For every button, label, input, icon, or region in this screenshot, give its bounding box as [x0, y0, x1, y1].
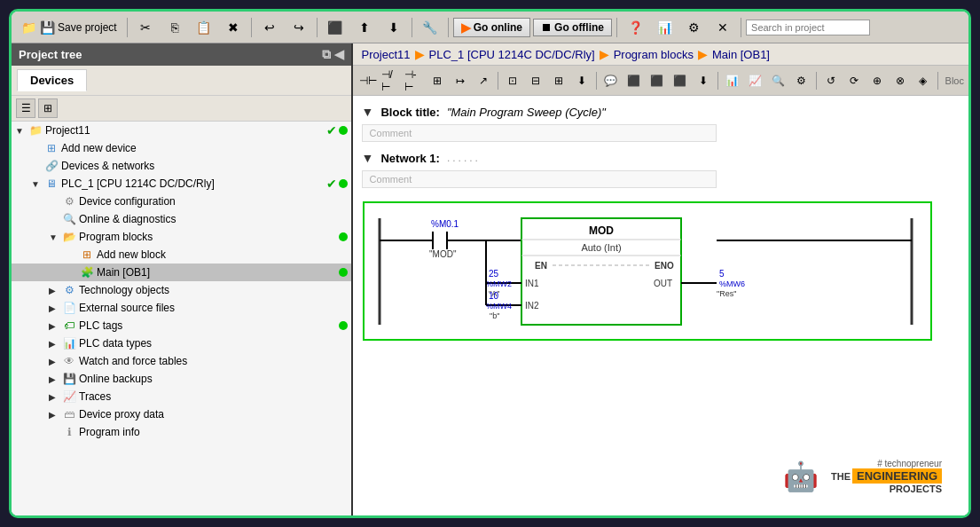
tree-item-program-blocks[interactable]: ▼ 📂 Program blocks [12, 228, 351, 246]
help-button[interactable]: ❓ [622, 17, 648, 38]
close-panel-icon[interactable]: ◀ [334, 47, 344, 62]
tech-objects-icon: ⚙ [62, 283, 76, 297]
block-collapse-arrow[interactable]: ▼ [362, 105, 374, 119]
breadcrumb-project[interactable]: Project11 [362, 48, 411, 61]
view-list-button[interactable]: ☰ [16, 98, 35, 118]
et-btn-block2[interactable]: ⬛ [647, 70, 668, 91]
undo-button[interactable]: ↩ [256, 17, 283, 38]
et-btn-monitor1[interactable]: 📊 [722, 70, 743, 91]
tree-item-online-diag[interactable]: 🔍 Online & diagnostics [12, 210, 351, 228]
et-btn-dl2[interactable]: ⬇ [693, 70, 714, 91]
wm-the-label: THE [831, 471, 851, 482]
svg-text:"b": "b" [490, 311, 499, 320]
tree-item-plc-tags[interactable]: ▶ 🏷 PLC tags [12, 317, 351, 334]
tb-btn3[interactable]: ⬇ [380, 17, 407, 38]
et-btn-analog[interactable]: ⊞ [427, 70, 448, 91]
app-window: 📁 💾 Save project ✂ ⎘ 📋 ✖ ↩ ↪ ⬛ ⬆ [9, 9, 971, 518]
device-proxy-icon: 🗃 [62, 407, 76, 421]
copy-button[interactable]: ⎘ [161, 17, 188, 38]
tree-item-plc-datatypes[interactable]: ▶ 📊 PLC data types [12, 334, 351, 352]
plc-icon: 🖥 [44, 177, 59, 191]
download-icon: ⬆ [357, 20, 372, 35]
editor-toolbar: ⊣⊢ ⊣/⊢ ⊣-⊢ ⊞ ↦ ↗ ⊡ ⊟ ⊞ ⬇ 💬 ⬛ ⬛ ⬛ ⬇ 📊 📈 [353, 66, 968, 96]
save-project-button[interactable]: 📁 💾 Save project [15, 17, 122, 38]
tb-btn4[interactable]: 🔧 [417, 17, 443, 38]
tb-btn6[interactable]: ⚙ [680, 17, 707, 38]
tree-item-tech-objects[interactable]: ▶ ⚙ Technology objects [12, 281, 351, 299]
tree-item-traces[interactable]: ▶ 📈 Traces [12, 388, 351, 405]
et-btn-junction[interactable]: ⊞ [548, 70, 569, 91]
go-offline-button[interactable]: ⏹ Go offline [533, 19, 612, 36]
et-btn-block3[interactable]: ⬛ [670, 70, 691, 91]
green-dot-2 [339, 179, 348, 188]
close-button[interactable]: ✕ [710, 17, 736, 38]
cut-button[interactable]: ✂ [132, 17, 159, 38]
breadcrumb-blocks[interactable]: Program blocks [614, 48, 694, 61]
tree-item-ext-source[interactable]: ▶ 📄 External source files [12, 299, 351, 317]
paste-button[interactable]: 📋 [191, 17, 217, 38]
et-btn-misc1[interactable]: ⊕ [866, 70, 888, 91]
et-sep5 [937, 72, 938, 90]
svg-text:IN1: IN1 [525, 279, 539, 288]
settings-icon: ⚙ [686, 20, 702, 35]
search-input[interactable] [746, 20, 870, 35]
block-comment-field[interactable]: Comment [362, 124, 717, 142]
et-btn-rung[interactable]: ↗ [473, 70, 494, 91]
tree-item-online-backups[interactable]: ▶ 💾 Online backups [12, 370, 351, 388]
network-collapse-arrow[interactable]: ▼ [362, 151, 374, 165]
tree-item-device-config[interactable]: ⚙ Device configuration [12, 193, 351, 210]
green-dot-4 [339, 268, 348, 277]
tree-item-add-block[interactable]: ⊞ Add new block [12, 246, 351, 264]
network-label: Network 1: [380, 152, 439, 165]
go-online-button[interactable]: ▶ Go online [453, 18, 530, 37]
svg-text:OUT: OUT [654, 279, 672, 288]
view-detail-button[interactable]: ⊞ [38, 98, 58, 118]
et-btn-branch[interactable]: ⊟ [525, 70, 546, 91]
et-btn-misc3[interactable]: ◈ [913, 70, 934, 91]
tree-item-plc1[interactable]: ▼ 🖥 PLC_1 [CPU 1214C DC/DC/Rly] ✔ [12, 175, 351, 193]
tb-btn1[interactable]: ⬛ [322, 17, 349, 38]
main-content: Project tree ⧉ ◀ Devices ☰ ⊞ ▼ 📁 Project… [12, 43, 968, 515]
et-btn-coil[interactable]: ↦ [450, 70, 471, 91]
project-tree-label: Project tree [19, 48, 82, 61]
device-config-icon: ⚙ [62, 194, 76, 208]
breadcrumb-arrow-1: ▶ [415, 47, 425, 61]
et-btn-comment[interactable]: 💬 [600, 70, 622, 91]
et-btn-pcontact[interactable]: ⊣-⊢ [404, 70, 425, 91]
redo-button[interactable]: ↪ [286, 17, 312, 38]
auto-collapse-icon[interactable]: ⧉ [322, 47, 331, 62]
tree-item-watch-force[interactable]: ▶ 👁 Watch and force tables [12, 352, 351, 370]
et-btn-undo2[interactable]: ⟳ [843, 70, 865, 91]
tree-item-device-proxy[interactable]: ▶ 🗃 Device proxy data [12, 405, 351, 423]
delete-button[interactable]: ✖ [220, 17, 247, 38]
sep7 [741, 18, 741, 37]
et-btn-monitor2[interactable]: 📈 [745, 70, 766, 91]
sep4 [412, 18, 412, 37]
undo-icon: ↩ [262, 20, 278, 35]
svg-text:%MW2: %MW2 [486, 279, 512, 288]
et-btn-parallel[interactable]: ⊡ [502, 70, 523, 91]
et-btn-misc2[interactable]: ⊗ [890, 70, 911, 91]
breadcrumb-plc[interactable]: PLC_1 [CPU 1214C DC/DC/Rly] [429, 48, 595, 61]
tree-item-program-info[interactable]: ℹ Program info [12, 423, 351, 441]
expand-tech-icon: ▶ [49, 286, 59, 295]
et-btn-contact[interactable]: ⊣⊢ [357, 70, 379, 91]
ob1-block-icon: 🧩 [80, 265, 94, 279]
tree-item-devices-networks[interactable]: 🔗 Devices & networks [12, 157, 351, 175]
et-btn-monitor3[interactable]: 🔍 [768, 70, 789, 91]
devices-tab-button[interactable]: Devices [17, 69, 87, 91]
diagram-area[interactable]: ▼ Block title: "Main Program Sweep (Cycl… [353, 96, 968, 515]
plc-tags-icon: 🏷 [62, 319, 76, 333]
breadcrumb-main[interactable]: Main [OB1] [712, 48, 770, 61]
et-btn-download[interactable]: ⬇ [571, 70, 592, 91]
et-btn-scroll[interactable]: ↺ [820, 70, 842, 91]
tree-item-main-ob1[interactable]: 🧩 Main [OB1] [12, 264, 351, 281]
et-btn-monitor4[interactable]: ⚙ [791, 70, 812, 91]
et-btn-block1[interactable]: ⬛ [623, 70, 645, 91]
network-comment-field[interactable]: Comment [362, 170, 717, 188]
et-btn-nc[interactable]: ⊣/⊢ [380, 70, 402, 91]
tree-item-project11[interactable]: ▼ 📁 Project11 ✔ [12, 122, 351, 139]
tb-btn5[interactable]: 📊 [651, 17, 678, 38]
tb-btn2[interactable]: ⬆ [351, 17, 378, 38]
tree-item-add-device[interactable]: ⊞ Add new device [12, 139, 351, 157]
